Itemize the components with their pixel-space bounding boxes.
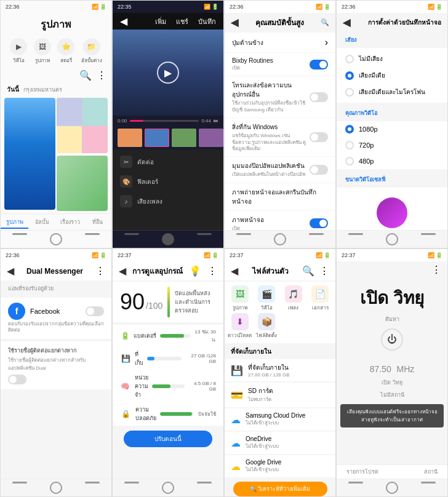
settings-back-3[interactable]: ◀: [231, 17, 238, 28]
back-btn-8[interactable]: [348, 482, 363, 483]
back-btn-2[interactable]: [124, 233, 139, 235]
gallery-image-small1[interactable]: [57, 98, 108, 153]
back-btn-5[interactable]: [12, 482, 27, 483]
gallery-more-icon[interactable]: ⋮: [97, 70, 106, 81]
video-add-btn[interactable]: เพิ่ม: [155, 16, 166, 27]
power-icon[interactable]: ⏻: [381, 328, 403, 351]
settings-back-4[interactable]: ◀: [343, 17, 350, 28]
recent-btn-1[interactable]: [85, 233, 100, 235]
play-button[interactable]: ▶: [157, 62, 179, 84]
gallery-image-large[interactable]: [4, 98, 55, 210]
thumb-4[interactable]: [199, 129, 223, 147]
radio-720[interactable]: [345, 141, 354, 149]
setting-screen-record[interactable]: ภาพหน้าจอ เปิด: [225, 211, 335, 230]
bixby-toggle[interactable]: [310, 60, 328, 70]
thumb-1[interactable]: [118, 129, 142, 147]
tab-other[interactable]: ที่อื่น: [84, 217, 111, 229]
popup-toggle[interactable]: [310, 165, 328, 175]
recent-btn-2[interactable]: [197, 233, 212, 235]
nav-albums[interactable]: 📁 อัลบั้มต่าง: [81, 38, 102, 65]
menu-filter[interactable]: 🎨 ฟิลเตอร์: [113, 172, 223, 191]
back-btn-3[interactable]: [236, 233, 251, 235]
security-item[interactable]: 🔒 ความปลอดภัย ปัจจัยใช้: [113, 402, 223, 426]
home-btn-5[interactable]: [50, 482, 62, 494]
analyze-button[interactable]: 🔍 วิเคราะห์ที่ว่างเพิ่มเติม: [233, 482, 327, 496]
sound-mic[interactable]: เสียงมีเดียและไมโครโฟน: [337, 84, 447, 100]
back-btn-1[interactable]: [12, 233, 27, 235]
recent-btn-5[interactable]: [85, 482, 100, 483]
dual-back[interactable]: ◀: [7, 265, 14, 277]
home-btn-8[interactable]: [386, 482, 398, 494]
gallery-search-icon[interactable]: 🔍: [79, 70, 92, 81]
video-save-btn[interactable]: บันทึก: [198, 16, 216, 27]
video-progress-bar[interactable]: [130, 120, 199, 122]
nav-photos[interactable]: 🖼 รูปภาพ: [34, 38, 51, 65]
radio-mic[interactable]: [345, 88, 354, 97]
video-share-btn[interactable]: แชร์: [176, 16, 188, 27]
gallery-image-small2[interactable]: [57, 156, 108, 211]
dual-more[interactable]: ⋮: [95, 265, 105, 277]
memory-item[interactable]: 🧠 หน่วยความจำ 4.5 GB / 8 GB: [113, 370, 223, 402]
home-btn-2[interactable]: [162, 233, 174, 245]
sound-none[interactable]: ไม่มีเสียง: [337, 50, 447, 67]
file-type-videos[interactable]: 🎬 วิดีโอ: [254, 285, 280, 312]
internal-storage-item[interactable]: 💾 ที่จัดเก็บภายใน 27.00 GB / 128 GB: [225, 359, 335, 381]
facebook-toggle[interactable]: [86, 306, 104, 316]
setting-popup[interactable]: มุมมองป๊อปอัพแอปพลิเคชัน เปิดแอปพลิเคชัน…: [225, 157, 335, 182]
home-btn-4[interactable]: [386, 233, 398, 245]
thumb-3[interactable]: [172, 129, 196, 147]
windows-toggle[interactable]: [310, 132, 328, 142]
dual-contacts-toggle[interactable]: [8, 375, 26, 384]
radio-media[interactable]: [345, 71, 354, 80]
battery-item[interactable]: 🔋 แบตเตอรี่ 13 ชม. 30 น.: [113, 325, 223, 347]
file-type-apk[interactable]: 📦 ไฟล์ติดตั้ง: [254, 313, 280, 340]
back-btn-6[interactable]: [124, 482, 139, 483]
onedrive-item[interactable]: ☁ OneDrive ไม่ได้เข้าสู่ระบบ: [225, 432, 335, 454]
sd-card-item[interactable]: 💳 SD การ์ด ไม่พบการ์ด: [225, 383, 335, 407]
file-type-docs[interactable]: 📄 เอกสาร: [308, 285, 334, 312]
recent-btn-4[interactable]: [421, 233, 436, 235]
home-btn-3[interactable]: [274, 233, 286, 245]
radio-1080[interactable]: [345, 125, 354, 133]
screen-toggle[interactable]: [310, 218, 328, 228]
recent-btn-6[interactable]: [197, 482, 212, 483]
back-btn-4[interactable]: [348, 233, 363, 235]
radio-none[interactable]: [345, 55, 354, 63]
device-care-bulb[interactable]: 💡: [189, 265, 201, 277]
dual-contacts-item[interactable]: ใช้รายชื่อผู้ติดต่อแยกต่างหาก ใช้รายชื่อ…: [1, 341, 111, 389]
file-back[interactable]: ◀: [231, 265, 238, 277]
tab-stories[interactable]: เรื่องราว: [56, 217, 84, 229]
file-type-photos[interactable]: 🖼 รูปภาพ: [227, 285, 253, 312]
device-care-more[interactable]: ⋮: [207, 265, 217, 277]
device-care-back[interactable]: ◀: [119, 265, 126, 277]
menu-music[interactable]: ♪ เสียงเพลง: [113, 191, 223, 211]
setting-screenshot[interactable]: ภาพถ่ายหน้าจอและสกรีนบันทึกหน้าจอ: [225, 183, 335, 210]
home-btn-1[interactable]: [50, 233, 62, 245]
quality-480[interactable]: 480p: [337, 153, 447, 169]
recent-btn-3[interactable]: [309, 233, 324, 235]
setting-windows[interactable]: สิ่งที่กัน Windows แชร์ข้อมูลกับ Windows…: [225, 118, 335, 156]
home-btn-6[interactable]: [162, 482, 174, 494]
setting-side-button[interactable]: ปุ่มด้านข้าง ›: [225, 33, 335, 52]
tab-photos[interactable]: รูปภาพ: [1, 217, 28, 229]
radio-480[interactable]: [345, 157, 354, 165]
file-type-music[interactable]: 🎵 เพลง: [281, 285, 306, 312]
samsung-cloud-item[interactable]: ☁ Samsung Cloud Drive ไม่ได้เข้าสู่ระบบ: [225, 408, 335, 431]
file-type-downloads[interactable]: ⬇ ดาวน์โหลด: [227, 313, 253, 340]
settings-search-3[interactable]: 🔍: [321, 18, 329, 26]
quality-1080[interactable]: 1080p: [337, 121, 447, 137]
setting-call-other[interactable]: โทรและส่งข้อความบนอุปกรณ์อื่น ใช้งานร่วม…: [225, 76, 335, 117]
tab-albums[interactable]: อัลบั้ม: [28, 217, 56, 229]
file-more[interactable]: ⋮: [319, 265, 329, 277]
refresh-button[interactable]: ปรับตอนนี้: [124, 431, 212, 447]
quality-720[interactable]: 720p: [337, 137, 447, 153]
file-search[interactable]: 🔍: [302, 265, 314, 277]
nav-videos[interactable]: ▶ วิดีโอ: [10, 38, 27, 65]
radio-more[interactable]: ⋮: [431, 264, 441, 276]
setting-bixby[interactable]: Bixby Routines เปิด: [225, 53, 335, 76]
call-toggle[interactable]: [310, 92, 328, 102]
next-icon[interactable]: ⏭: [214, 118, 218, 124]
menu-trim[interactable]: ✂ ตัดต่อ: [113, 152, 223, 172]
recent-btn-8[interactable]: [421, 482, 436, 483]
google-drive-item[interactable]: ☁ Google Drive ไม่ได้เข้าสู่ระบบ: [225, 455, 335, 477]
